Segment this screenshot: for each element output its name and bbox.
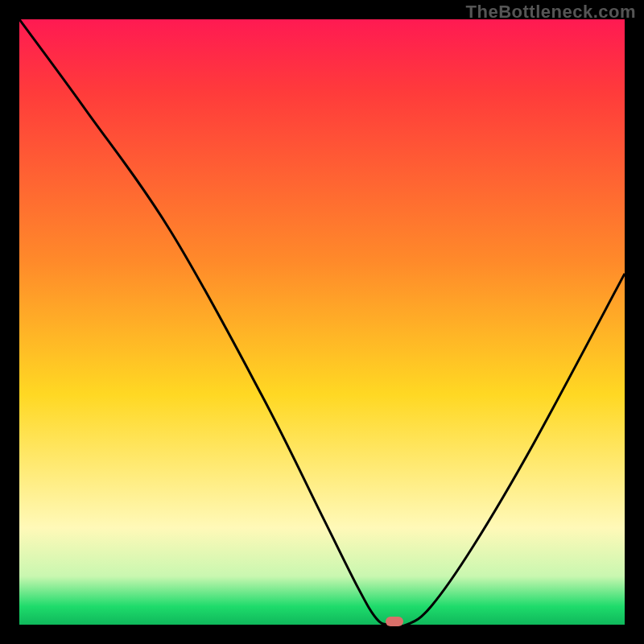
optimal-marker	[386, 617, 403, 626]
gradient-rect	[19, 19, 625, 625]
chart-frame: TheBottleneck.com	[0, 0, 644, 644]
watermark-text: TheBottleneck.com	[466, 2, 636, 23]
plot-area	[19, 19, 625, 625]
chart-svg	[19, 19, 625, 625]
